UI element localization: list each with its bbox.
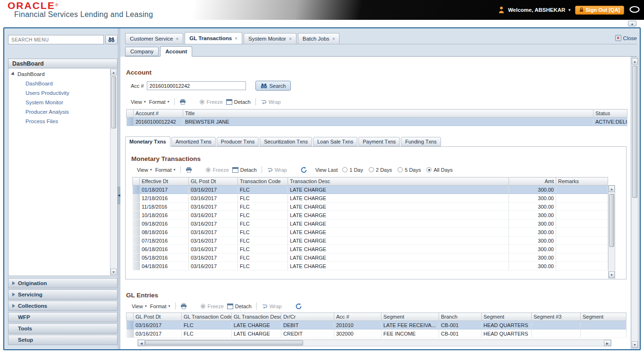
table-row[interactable]: 01/18/2017 03/16/2017 FLC LATE CHARGE 30…	[133, 185, 608, 194]
refresh-button[interactable]	[300, 167, 307, 173]
txn-tab[interactable]: Loan Sale Txns	[313, 137, 357, 146]
scrollbar-thumb[interactable]	[609, 194, 614, 247]
freeze-button[interactable]: Freeze	[200, 303, 224, 309]
table-row[interactable]: 07/18/2016 03/16/2017 FLC LATE CHARGE 30…	[133, 236, 608, 245]
view-menu[interactable]: View▾	[132, 303, 147, 309]
column-header[interactable]: Title	[183, 110, 593, 118]
refresh-button[interactable]	[295, 303, 302, 310]
column-header[interactable]: Branch	[439, 313, 482, 321]
scrollbar-track[interactable]	[145, 340, 604, 346]
acc-number-input[interactable]	[147, 81, 246, 90]
sidebar-tree-item[interactable]: Process Files	[8, 117, 117, 126]
print-button[interactable]	[179, 99, 186, 105]
column-header[interactable]: Segment	[482, 313, 532, 321]
format-menu[interactable]: Format▾	[150, 303, 170, 309]
table-row[interactable]: 03/16/2017 FLC LATE CHARGE DEBIT 201010 …	[127, 321, 627, 329]
column-header[interactable]: Status	[593, 110, 627, 118]
txn-tab[interactable]: Securitization Txns	[260, 137, 312, 146]
scroll-down-icon[interactable]: ▼	[632, 341, 638, 348]
tab-close-icon[interactable]: ×	[176, 36, 178, 42]
sidebar-tree-item[interactable]: Users Productivity	[8, 88, 117, 98]
freeze-button[interactable]: Freeze	[205, 167, 229, 173]
close-control[interactable]: × Close	[615, 35, 637, 41]
table-row[interactable]: 11/18/2016 03/16/2017 FLC LATE CHARGE 30…	[133, 202, 608, 211]
table-row[interactable]: 06/18/2016 03/16/2017 FLC LATE CHARGE 30…	[133, 245, 608, 253]
scroll-up-icon[interactable]: ▲	[609, 185, 615, 192]
column-header[interactable]: GL Transaction Desc	[232, 313, 281, 321]
scroll-up-icon[interactable]: ▲	[632, 58, 638, 65]
txn-tab[interactable]: Payment Txns	[358, 137, 400, 146]
view-last-option[interactable]: 2 Days	[369, 167, 392, 173]
main-tab[interactable]: Batch Jobs ×	[298, 33, 340, 44]
monetary-table-scrollbar[interactable]: ▲ ▼	[608, 185, 615, 278]
print-button[interactable]	[186, 167, 192, 173]
row-selector[interactable]	[127, 321, 134, 329]
main-tab[interactable]: Customer Service ×	[125, 33, 183, 44]
sub-tab[interactable]: Company	[125, 47, 159, 56]
tab-close-icon[interactable]: ×	[289, 36, 292, 42]
sidebar-accordion[interactable]: Setup	[8, 335, 118, 345]
txn-tab[interactable]: Funding Txns	[401, 137, 441, 146]
row-selector[interactable]	[133, 194, 140, 202]
column-header[interactable]: Transaction Code	[238, 177, 288, 185]
sidebar-panel-header[interactable]: DashBoard	[8, 59, 118, 68]
table-row[interactable]: 09/18/2016 03/16/2017 FLC LATE CHARGE 30…	[133, 219, 608, 228]
column-header[interactable]: GL Post Dt	[189, 177, 238, 185]
sidebar-accordion[interactable]: Origination	[8, 278, 118, 288]
table-row[interactable]: 12/18/2016 03/16/2017 FLC LATE CHARGE 30…	[133, 194, 608, 202]
row-selector[interactable]	[133, 262, 140, 270]
column-header[interactable]: Transaction Desc	[288, 177, 509, 185]
row-selector[interactable]	[133, 219, 140, 228]
view-last-option[interactable]: 1 Day	[342, 167, 363, 173]
scroll-down-icon[interactable]: ▼	[609, 271, 615, 278]
txn-tab[interactable]: Monetary Txns	[125, 136, 170, 147]
column-header[interactable]: Dr/Cr	[281, 313, 334, 321]
print-button[interactable]	[180, 303, 187, 309]
close-icon[interactable]: ×	[615, 35, 621, 41]
detach-button[interactable]: Detach	[232, 167, 257, 173]
row-selector[interactable]	[133, 253, 140, 262]
scroll-left-icon[interactable]: ◀	[138, 340, 145, 346]
column-header[interactable]: GL Transaction Code	[182, 313, 232, 321]
sidebar-tree-item[interactable]: DashBoard	[8, 79, 117, 88]
sidebar-accordion[interactable]: Tools	[8, 323, 118, 334]
detach-button[interactable]: Detach	[226, 99, 251, 105]
search-menu-input[interactable]	[8, 35, 104, 44]
column-header[interactable]: Segment #3	[532, 313, 581, 321]
format-menu[interactable]: Format▾	[149, 99, 169, 105]
table-row[interactable]: 05/18/2016 03/16/2017 FLC LATE CHARGE 30…	[133, 253, 608, 262]
table-row[interactable]: 03/16/2017 FLC LATE CHARGE CREDIT 302000…	[127, 329, 627, 338]
sidebar-tree-item[interactable]: System Monitor	[8, 98, 117, 107]
gl-table-hscrollbar[interactable]: ◀ ▶	[137, 339, 611, 346]
scrollbar-track[interactable]	[632, 65, 638, 341]
row-selector[interactable]	[133, 228, 140, 236]
sidebar-accordion[interactable]: Servicing	[8, 289, 118, 300]
row-selector[interactable]	[127, 118, 134, 126]
scrollbar-thumb[interactable]	[111, 76, 116, 128]
page-scroll-up-button[interactable]: ▲	[628, 21, 636, 26]
wrap-button[interactable]: Wrap	[261, 99, 281, 105]
main-tab[interactable]: System Monitor ×	[244, 33, 297, 44]
column-header[interactable]: GL Post Dt	[134, 313, 182, 321]
content-vscrollbar[interactable]: ▲ ▼	[631, 58, 638, 348]
scrollbar-thumb[interactable]	[632, 66, 637, 198]
search-button[interactable]: Search	[255, 81, 291, 91]
view-last-option[interactable]: All Days	[426, 167, 452, 173]
table-row[interactable]: 20160100012242 BREWSTER JANE ACTIVE:DELQ	[127, 118, 627, 126]
sidebar-tree-scrollbar[interactable]: ▲ ▼	[110, 69, 117, 275]
scrollbar-track[interactable]	[110, 76, 117, 269]
view-menu[interactable]: View▾	[137, 167, 152, 173]
txn-tab[interactable]: Producer Txns	[217, 137, 259, 146]
txn-tab[interactable]: Amortized Txns	[171, 137, 216, 146]
view-menu[interactable]: View▾	[131, 99, 146, 105]
wrap-button[interactable]: Wrap	[267, 167, 287, 173]
sign-out-button[interactable]: Sign Out [QA]	[575, 6, 624, 15]
sub-tab[interactable]: Account	[160, 46, 192, 57]
tree-root-node[interactable]: DashBoard	[8, 68, 117, 79]
column-header[interactable]: Account #	[134, 110, 183, 118]
column-header[interactable]: Acc #	[334, 313, 381, 321]
row-selector[interactable]	[133, 236, 140, 245]
scroll-down-icon[interactable]: ▼	[110, 269, 117, 275]
column-header[interactable]: Segment	[381, 313, 439, 321]
row-selector[interactable]	[133, 185, 140, 194]
